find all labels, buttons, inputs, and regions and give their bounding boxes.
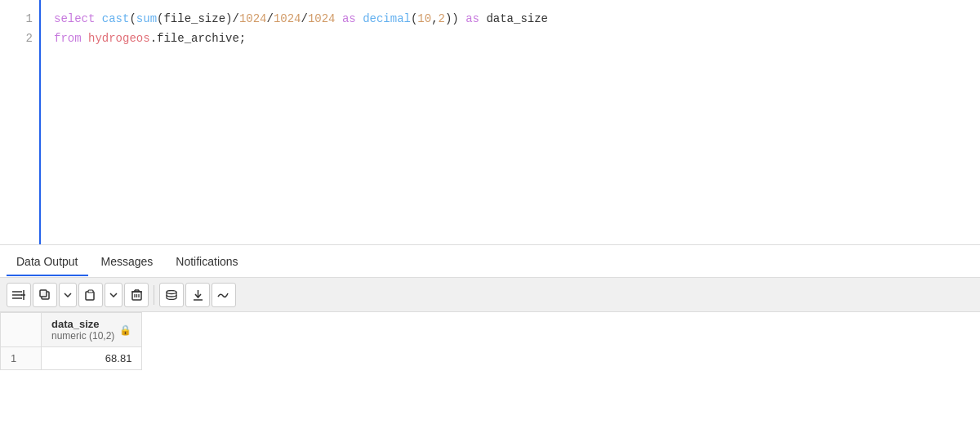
code-line-1: select cast(sum(file_size)/1024/1024/102… [54, 10, 967, 29]
data-table-area[interactable]: data_size numeric (10,2) 🔒 1 68.81 [0, 312, 980, 438]
dropdown2-button[interactable] [105, 283, 122, 307]
delete-button[interactable] [124, 283, 149, 307]
lock-icon: 🔒 [119, 324, 131, 336]
database-icon [166, 290, 177, 300]
graph-icon [217, 290, 230, 300]
chevron-down-icon-2 [109, 293, 118, 297]
data-size-cell-1: 68.81 [42, 347, 142, 370]
fn-cast: cast [102, 12, 130, 25]
schema-name: hydrogeos [88, 32, 150, 45]
col-type-data-size: numeric (10,2) [51, 330, 114, 342]
row-num-header [1, 313, 42, 347]
row-num-cell-1: 1 [1, 347, 42, 370]
copy-icon [39, 289, 51, 301]
download-button[interactable] [185, 283, 210, 307]
close-parens: )) [445, 12, 466, 25]
toolbar [0, 278, 980, 312]
bottom-panel: Data Output Messages Notifications [0, 245, 980, 438]
chevron-down-icon-1 [64, 293, 72, 297]
file-size-expr: (file_size)/ [157, 12, 239, 25]
svg-rect-6 [40, 290, 47, 297]
line-num-1: 1 [7, 10, 33, 29]
paste-icon [85, 289, 96, 301]
toolbar-group-left [7, 283, 149, 307]
slash1: / [266, 12, 273, 25]
table-row: 1 68.81 [1, 347, 142, 370]
comma: , [431, 12, 438, 25]
paste-button[interactable] [78, 283, 103, 307]
svg-rect-8 [88, 290, 93, 293]
kw-select: select [54, 12, 102, 25]
tab-messages[interactable]: Messages [91, 248, 163, 276]
fn-sum: sum [136, 12, 157, 25]
table-ref: .file_archive; [150, 32, 247, 45]
num-1024a: 1024 [239, 12, 267, 25]
delete-icon [131, 289, 142, 301]
num-2: 2 [439, 12, 445, 25]
add-row-icon [12, 289, 25, 301]
data-size-header: data_size numeric (10,2) 🔒 [42, 313, 142, 347]
line-num-2: 2 [7, 29, 33, 49]
toolbar-sep-1 [154, 285, 154, 305]
graph-button[interactable] [212, 283, 236, 307]
tabs-area: Data Output Messages Notifications [0, 245, 980, 278]
num-10: 10 [417, 12, 431, 25]
table-header-row: data_size numeric (10,2) 🔒 [1, 313, 142, 347]
code-line-2: from hydrogeos.file_archive; [54, 29, 967, 49]
kw-as1: as [336, 12, 363, 25]
kw-as2: as [466, 12, 486, 25]
num-1024b: 1024 [274, 12, 301, 25]
kw-from: from [54, 32, 88, 45]
code-editor[interactable]: 1 2 select cast(sum(file_size)/1024/1024… [0, 0, 980, 245]
copy-button[interactable] [33, 283, 57, 307]
save-db-button[interactable] [159, 283, 184, 307]
num-1024c: 1024 [308, 12, 336, 25]
tab-data-output[interactable]: Data Output [7, 248, 88, 276]
code-content[interactable]: select cast(sum(file_size)/1024/1024/102… [41, 0, 980, 244]
add-row-button[interactable] [7, 283, 31, 307]
toolbar-group-right [159, 283, 236, 307]
col-label-data-size: data_size [51, 318, 100, 330]
slash2: / [301, 12, 308, 25]
dropdown1-button[interactable] [59, 283, 77, 307]
svg-point-17 [167, 290, 176, 293]
line-numbers: 1 2 [0, 0, 41, 244]
results-table: data_size numeric (10,2) 🔒 1 68.81 [0, 312, 142, 370]
tab-notifications[interactable]: Notifications [166, 248, 247, 276]
download-icon [193, 289, 203, 301]
alias-data-size: data_size [486, 12, 548, 25]
fn-decimal: decimal [363, 12, 411, 25]
paren-open: ( [129, 12, 136, 25]
